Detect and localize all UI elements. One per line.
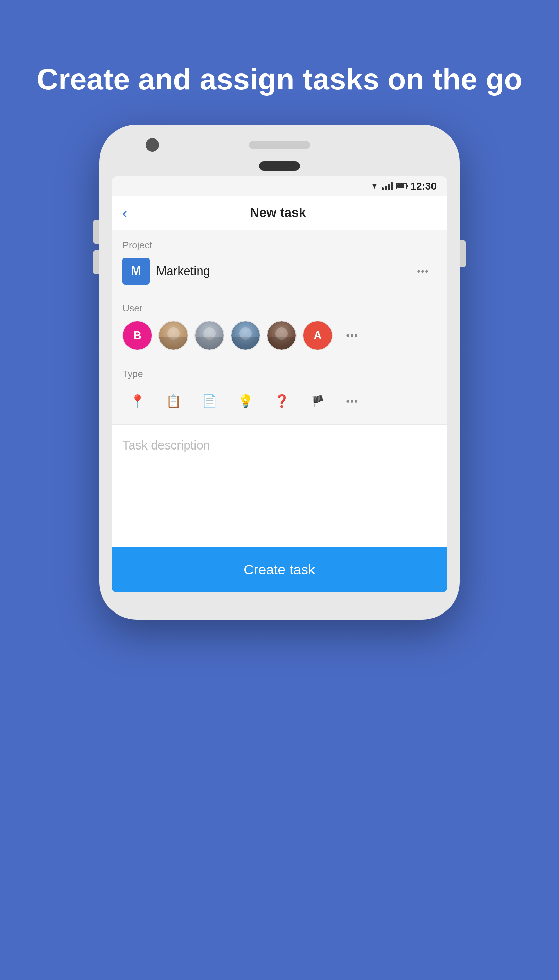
back-button[interactable]: ‹: [122, 206, 127, 221]
project-label: Project: [122, 240, 437, 251]
avatar-a-letter: A: [314, 329, 322, 342]
type-document-button[interactable]: 📄: [195, 386, 225, 416]
avatar-b-letter: B: [133, 329, 142, 342]
lightbulb-icon: 💡: [238, 394, 253, 408]
project-section: Project M Marketing •••: [111, 230, 448, 294]
type-lightbulb-button[interactable]: 💡: [230, 386, 260, 416]
status-icons: ▼ 12:30: [370, 180, 437, 192]
user-row: B A: [122, 320, 437, 350]
flag-icon: 🏴: [311, 395, 324, 407]
power-button: [460, 240, 466, 267]
wifi-icon: ▼: [370, 182, 378, 191]
more-dots-icon: •••: [417, 266, 429, 277]
avatar-face2-img: [195, 321, 224, 350]
volume-down-button: [93, 250, 99, 274]
type-row: 📍 📋 📄 💡 ❓ 🏴 •••: [122, 386, 437, 416]
type-location-button[interactable]: 📍: [122, 386, 152, 416]
type-more-button[interactable]: •••: [339, 388, 366, 415]
avatar-face4[interactable]: [266, 320, 296, 350]
phone-top: [111, 141, 448, 149]
project-icon: M: [122, 258, 150, 285]
create-task-button[interactable]: Create task: [111, 547, 448, 592]
clipboard-icon: 📋: [166, 394, 181, 408]
description-section[interactable]: Task description: [111, 425, 448, 547]
hero-title: Create and assign tasks on the go: [37, 61, 522, 97]
avatar-a[interactable]: A: [303, 320, 332, 350]
type-clipboard-button[interactable]: 📋: [159, 386, 189, 416]
status-bar: ▼ 12:30: [111, 176, 448, 196]
camera: [146, 138, 159, 152]
type-flag-button[interactable]: 🏴: [303, 386, 332, 416]
speaker: [249, 141, 310, 149]
phone-mockup: ▼ 12:30 ‹ New task: [99, 124, 460, 620]
battery-icon: [396, 183, 407, 189]
type-more-dots-icon: •••: [346, 396, 358, 406]
page-title: New task: [134, 206, 437, 220]
avatar-face2[interactable]: [195, 320, 225, 350]
type-section: Type 📍 📋 📄 💡 ❓ 🏴: [111, 359, 448, 425]
avatar-face1-img: [159, 321, 188, 350]
hero-section: Create and assign tasks on the go: [37, 61, 522, 97]
volume-up-button: [93, 220, 99, 244]
location-icon: 📍: [130, 394, 145, 408]
avatar-b[interactable]: B: [122, 320, 152, 350]
user-section: User B: [111, 294, 448, 359]
user-more-dots-icon: •••: [346, 330, 358, 341]
earpiece: [259, 161, 300, 171]
status-time: 12:30: [410, 180, 437, 192]
project-more-button[interactable]: •••: [409, 258, 437, 285]
document-icon: 📄: [202, 394, 217, 408]
avatar-face1[interactable]: [159, 320, 189, 350]
question-icon: ❓: [274, 394, 289, 408]
signal-icon: [382, 182, 393, 190]
user-label: User: [122, 303, 437, 314]
avatar-face3-img: [231, 321, 260, 350]
type-question-button[interactable]: ❓: [266, 386, 296, 416]
avatar-face3[interactable]: [230, 320, 260, 350]
phone-screen: ▼ 12:30 ‹ New task: [111, 176, 448, 592]
project-row: M Marketing •••: [122, 258, 437, 285]
project-name: Marketing: [156, 264, 403, 279]
avatar-face4-img: [267, 321, 296, 350]
type-label: Type: [122, 368, 437, 380]
user-more-button[interactable]: •••: [339, 322, 366, 349]
description-placeholder: Task description: [122, 438, 210, 452]
app-header: ‹ New task: [111, 196, 448, 230]
